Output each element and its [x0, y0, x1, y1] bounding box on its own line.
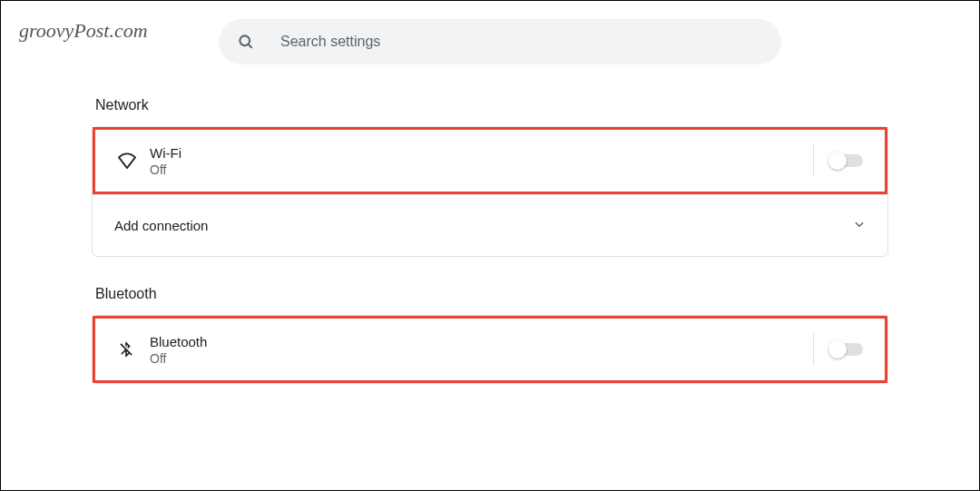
search-bar[interactable] [219, 19, 781, 64]
wifi-row[interactable]: Wi-Fi Off [93, 127, 887, 194]
section-title-bluetooth: Bluetooth [95, 286, 888, 302]
toggle-knob [828, 340, 847, 358]
svg-point-0 [240, 35, 250, 45]
divider [813, 333, 814, 366]
wifi-text: Wi-Fi Off [150, 145, 813, 177]
bluetooth-status: Off [150, 351, 813, 366]
divider [813, 144, 814, 177]
svg-line-1 [249, 44, 252, 48]
bluetooth-card: Bluetooth Off [92, 315, 888, 384]
bluetooth-text: Bluetooth Off [150, 334, 813, 366]
add-connection-row[interactable]: Add connection [93, 194, 887, 256]
bluetooth-off-icon [117, 339, 150, 359]
bluetooth-row[interactable]: Bluetooth Off [93, 316, 887, 383]
settings-container: Network Wi-Fi Off Add connection [1, 1, 979, 431]
wifi-status: Off [150, 162, 813, 177]
watermark-text: groovyPost.com [19, 19, 148, 43]
add-connection-label: Add connection [114, 218, 208, 233]
wifi-toggle[interactable] [830, 154, 863, 167]
network-card: Wi-Fi Off Add connection [92, 126, 888, 257]
search-input[interactable] [280, 34, 763, 50]
section-title-network: Network [95, 97, 888, 113]
bluetooth-toggle[interactable] [830, 343, 863, 356]
bluetooth-label: Bluetooth [150, 334, 813, 349]
toggle-knob [828, 152, 847, 170]
wifi-icon [117, 152, 150, 169]
wifi-label: Wi-Fi [150, 145, 813, 161]
chevron-down-icon [853, 218, 866, 234]
search-icon [237, 33, 255, 51]
